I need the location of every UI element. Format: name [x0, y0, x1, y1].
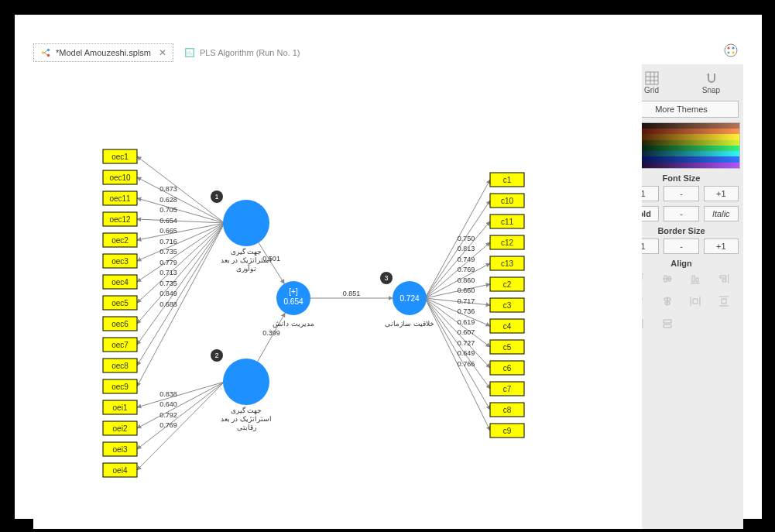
- loading-value: 0.873: [159, 185, 177, 193]
- svg-point-4: [725, 44, 737, 57]
- path-coefficient: 0.851: [343, 290, 361, 297]
- tab-model-label: *Model Amouzeshi.splsm: [56, 48, 151, 57]
- indicator-label: c7: [503, 385, 512, 393]
- loading-value: 0.660: [458, 287, 475, 294]
- indicator-label: c3: [503, 301, 512, 310]
- distribute-v-icon[interactable]: [714, 295, 735, 310]
- lv-number-badge: 3: [384, 274, 388, 282]
- loading-value: 0.619: [458, 318, 475, 326]
- align-hcenter-icon[interactable]: [657, 295, 678, 310]
- style-reset-button[interactable]: -: [664, 206, 698, 221]
- loading-value: 0.649: [458, 349, 475, 357]
- indicator-label: oec10: [109, 173, 131, 182]
- indicator-label: oei3: [113, 445, 128, 454]
- same-height-icon[interactable]: [657, 317, 678, 332]
- distribute-h-icon[interactable]: [685, 295, 706, 310]
- loading-value: 0.849: [159, 290, 177, 297]
- tab-bar: *Model Amouzeshi.splsm ✕ PLS Algorithm (…: [33, 41, 307, 64]
- lv-rsquare: 0.654: [283, 297, 303, 306]
- loading-value: 0.838: [159, 390, 177, 398]
- model-icon: [40, 47, 51, 58]
- svg-point-7: [728, 52, 730, 54]
- font-reset-button[interactable]: -: [664, 186, 698, 201]
- loading-value: 0.769: [458, 266, 475, 273]
- latent-variable[interactable]: [223, 359, 269, 405]
- tab-pls-label: PLS Algorithm (Run No. 1): [200, 48, 300, 57]
- svg-point-8: [732, 52, 735, 54]
- indicator-label: c4: [503, 322, 512, 331]
- indicator-label: c1: [503, 176, 512, 184]
- lv-label: جهت گیری: [231, 406, 262, 415]
- font-inc-button[interactable]: +1: [704, 186, 739, 201]
- report-icon: [184, 47, 195, 58]
- border-inc-button[interactable]: +1: [704, 239, 739, 254]
- tab-pls-algorithm[interactable]: PLS Algorithm (Run No. 1): [178, 44, 307, 61]
- lv-label: جهت گیری: [231, 247, 262, 256]
- indicator-label: oec9: [111, 383, 129, 391]
- align-right-icon[interactable]: [714, 273, 735, 287]
- indicator-label: c11: [501, 218, 514, 226]
- indicator-label: c5: [503, 343, 512, 352]
- indicator-label: oec12: [109, 215, 131, 224]
- indicator-label: c10: [501, 197, 514, 205]
- tab-close-icon[interactable]: ✕: [159, 47, 166, 58]
- indicator-label: c13: [501, 259, 514, 268]
- lv-label: مدیریت دانش: [273, 320, 314, 328]
- indicator-label: c2: [503, 280, 512, 289]
- diagram: 0.8730.6280.7050.6540.6650.7160.7350.779…: [33, 64, 642, 529]
- svg-point-1: [47, 49, 50, 52]
- model-canvas[interactable]: 0.8730.6280.7050.6540.6650.7160.7350.779…: [33, 64, 642, 529]
- indicator-label: oec5: [111, 299, 129, 307]
- svg-text:رقابتی: رقابتی: [237, 424, 256, 432]
- loading-value: 0.628: [159, 196, 177, 204]
- loading-value: 0.607: [458, 328, 475, 336]
- latent-variable[interactable]: [223, 200, 269, 246]
- loading-value: 0.705: [159, 206, 177, 214]
- lv-number-badge: 2: [214, 352, 218, 359]
- svg-text:نوآوری: نوآوری: [236, 264, 256, 273]
- svg-text:استراتژیک در بعد: استراتژیک در بعد: [221, 256, 272, 265]
- align-bottom-icon[interactable]: [685, 273, 706, 287]
- border-reset-button[interactable]: -: [664, 239, 698, 254]
- path-coefficient: 0.399: [262, 329, 280, 337]
- tab-model[interactable]: *Model Amouzeshi.splsm ✕: [33, 43, 173, 62]
- loading-value: 0.749: [458, 256, 475, 263]
- loading-value: 0.716: [159, 238, 177, 245]
- loading-value: 0.736: [458, 307, 475, 315]
- svg-point-6: [732, 47, 735, 50]
- svg-text:استراتژیک در بعد: استراتژیک در بعد: [221, 415, 272, 424]
- indicator-label: oec8: [111, 362, 129, 370]
- snap-icon: +: [684, 70, 739, 86]
- loading-value: 0.779: [159, 259, 177, 266]
- indicator-label: oec2: [111, 236, 129, 245]
- loading-value: 0.792: [159, 411, 177, 419]
- loading-value: 0.735: [159, 248, 177, 256]
- loading-value: 0.727: [458, 339, 475, 347]
- loading-value: 0.665: [159, 227, 177, 235]
- indicator-label: oei4: [113, 466, 128, 475]
- indicator-label: oec3: [111, 257, 129, 266]
- indicator-label: c6: [503, 364, 512, 372]
- loading-value: 0.813: [458, 245, 475, 252]
- loading-value: 0.860: [458, 276, 475, 284]
- loading-value: 0.640: [159, 400, 177, 408]
- loading-value: 0.750: [458, 235, 475, 242]
- palette-icon[interactable]: [723, 43, 739, 58]
- indicator-label: oec4: [111, 278, 129, 287]
- align-vcenter-icon[interactable]: [657, 273, 678, 287]
- app-frame: *Model Amouzeshi.splsm ✕ PLS Algorithm (…: [14, 14, 763, 520]
- svg-point-2: [47, 54, 50, 57]
- italic-button[interactable]: Italic: [704, 206, 739, 221]
- loading-value: 0.735: [159, 280, 177, 287]
- svg-text:+: +: [706, 71, 710, 78]
- lv-expand-icon: [+]: [289, 287, 298, 296]
- loading-value: 0.654: [159, 217, 177, 225]
- indicator-label: oec11: [109, 194, 131, 203]
- snap-button[interactable]: + Snap: [684, 69, 739, 96]
- svg-point-0: [42, 51, 45, 54]
- indicator-label: oec7: [111, 341, 129, 349]
- loading-value: 0.717: [458, 297, 475, 305]
- lv-rsquare: 0.724: [400, 294, 419, 303]
- indicator-label: c8: [503, 406, 512, 414]
- loading-value: 0.769: [159, 421, 177, 429]
